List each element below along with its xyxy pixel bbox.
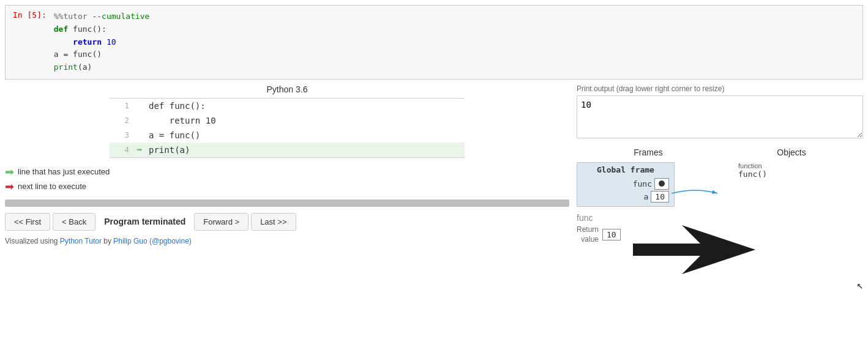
cursor-area: ↖ — [577, 278, 863, 291]
philip-guo-link[interactable]: Philip Guo — [113, 237, 147, 245]
frames-objects-headers: Frames Global frame func — [577, 147, 863, 207]
python-version-label: Python 3.6 — [5, 84, 569, 94]
status-text: Program terminated — [98, 213, 192, 230]
func-frame: func Returnvalue 10 — [577, 213, 863, 276]
cell-line-3: return 10 — [54, 36, 150, 49]
progress-area — [5, 199, 569, 207]
code-line-1: 1 def func(): — [110, 99, 465, 113]
frames-objects-area: Frames Global frame func — [577, 147, 863, 207]
legend-green: ➡ line that has just executed — [5, 165, 569, 179]
cell-line-4: a = func() — [54, 48, 150, 61]
func-return-label: Returnvalue — [577, 225, 599, 244]
func-return-row: Returnvalue 10 — [577, 225, 621, 244]
cell-line-2: def func(): — [54, 23, 150, 36]
frame-val-func — [654, 178, 669, 190]
legend: ➡ line that has just executed ➡ next lin… — [5, 165, 569, 193]
frame-row-a: a 10 — [582, 191, 669, 203]
print-output-label: Print output (drag lower right corner to… — [577, 84, 863, 93]
code-line-2: 2 return 10 — [110, 113, 465, 128]
cell-code: %%tutor --cumulative def func(): return … — [54, 10, 150, 74]
frame-var-a: a — [644, 192, 649, 201]
function-object: function func() — [738, 162, 863, 179]
frames-header: Frames — [577, 147, 720, 157]
forward-button[interactable]: Forward > — [194, 213, 249, 231]
legend-red: ➡ next line to execute — [5, 180, 569, 193]
frames-section: Frames Global frame func — [577, 147, 720, 207]
tutor-container: Python 3.6 1 def func(): 2 return 10 3 a… — [0, 84, 868, 291]
progress-bar[interactable] — [5, 199, 569, 207]
green-arrow-icon: ➡ — [137, 144, 143, 155]
nav-buttons: << First < Back Program terminated Forwa… — [5, 213, 569, 231]
function-name-label: func() — [738, 170, 863, 179]
left-panel: Python 3.6 1 def func(): 2 return 10 3 a… — [5, 84, 569, 291]
legend-red-arrow-icon: ➡ — [5, 180, 14, 193]
global-frame-title: Global frame — [582, 165, 669, 174]
pgbovine-link[interactable]: (@pgbovine) — [149, 237, 192, 245]
frame-var-func: func — [633, 179, 652, 188]
func-frame-title: func — [577, 213, 621, 223]
objects-header: Objects — [720, 147, 863, 157]
right-panel: Print output (drag lower right corner to… — [569, 84, 863, 291]
func-dot-icon — [659, 181, 665, 187]
attribution: Visualized using Python Tutor by Philip … — [5, 237, 569, 245]
frame-row-func: func — [582, 178, 669, 190]
frame-val-a: 10 — [651, 191, 669, 203]
cursor-icon: ↖ — [856, 278, 863, 291]
code-line-4: 4 ➡ print(a) — [110, 143, 465, 157]
print-output-box[interactable]: 10 — [577, 95, 863, 138]
last-button[interactable]: Last >> — [251, 213, 296, 231]
back-button[interactable]: < Back — [53, 213, 95, 231]
big-black-arrow-svg — [633, 225, 755, 274]
legend-green-arrow-icon: ➡ — [5, 165, 14, 179]
python-tutor-link[interactable]: Python Tutor — [60, 237, 102, 245]
func-return-val: 10 — [602, 229, 621, 240]
cell-line-5: print(a) — [54, 61, 150, 74]
code-display: 1 def func(): 2 return 10 3 a = func() 4 — [110, 98, 465, 158]
objects-section: Objects function func() — [720, 147, 863, 207]
cell-line-1: %%tutor --cumulative — [54, 10, 150, 23]
progress-bar-fill — [5, 199, 569, 207]
cell-label: In [5]: — [13, 10, 47, 74]
first-button[interactable]: << First — [5, 213, 50, 231]
big-arrow-area — [633, 225, 755, 276]
global-frame: Global frame func a 10 — [577, 162, 675, 207]
code-line-3: 3 a = func() — [110, 128, 465, 143]
function-type-label: function — [738, 162, 863, 170]
svg-marker-1 — [633, 225, 755, 274]
code-cell: In [5]: %%tutor --cumulative def func():… — [5, 5, 863, 80]
